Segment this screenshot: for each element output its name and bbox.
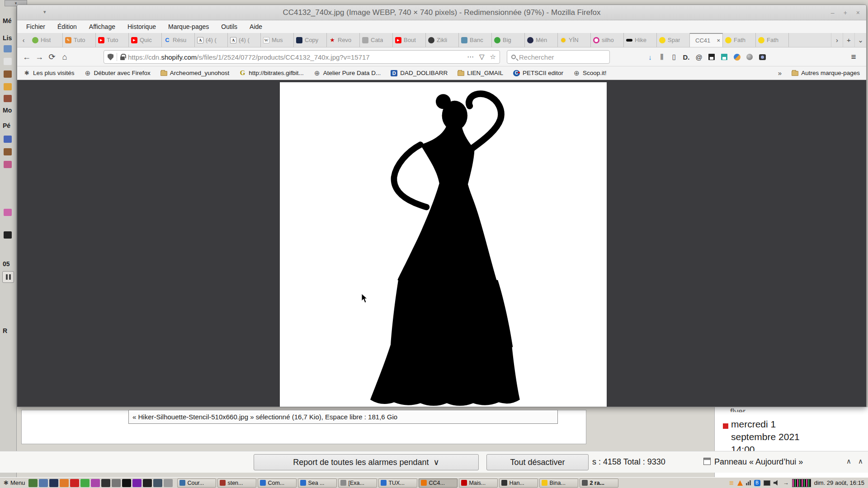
bookmark-item[interactable]: Archeomed_yunohost: [160, 70, 229, 76]
webcam-extension-icon[interactable]: [758, 52, 767, 61]
search-bar[interactable]: Rechercher: [507, 50, 610, 64]
sidebar-icon[interactable]: ▯: [670, 52, 679, 61]
bookmark-item[interactable]: Atelier Pure Data D...: [314, 70, 381, 76]
chevron-up-icon[interactable]: ∧: [846, 457, 851, 465]
taskbar-window-button[interactable]: Cour...: [177, 479, 216, 488]
browser-tab[interactable]: CC41 ×: [690, 33, 723, 47]
menu-item[interactable]: Édition: [57, 23, 77, 30]
launcher-icon[interactable]: [49, 479, 58, 487]
taskbar-window-button[interactable]: Han...: [499, 479, 538, 488]
launcher-icon[interactable]: [122, 479, 131, 487]
volume-icon[interactable]: [774, 480, 780, 486]
taskbar-window-button[interactable]: [Exa...: [338, 479, 377, 488]
tab-close-icon[interactable]: ×: [717, 37, 720, 44]
url-text[interactable]: https://cdn.shopify.com/s/files/1/2524/0…: [128, 53, 464, 61]
launcher-icon[interactable]: [112, 479, 121, 487]
lock-icon[interactable]: [120, 56, 125, 60]
taskbar-window-button[interactable]: sten...: [217, 479, 256, 488]
browser-tab[interactable]: Big: [492, 33, 525, 47]
strip-icon[interactable]: [4, 136, 12, 143]
browser-tab[interactable]: (4) (: [228, 33, 261, 47]
launcher-icon[interactable]: [143, 479, 152, 487]
browser-tab[interactable]: Tuto: [63, 33, 96, 47]
report-alarms-button[interactable]: Report de toutes les alarmes pendant ∨: [254, 454, 479, 470]
taskbar-window-button[interactable]: 2 ra...: [580, 479, 618, 488]
url-bar[interactable]: https://cdn.shopify.com/s/files/1/2524/0…: [104, 50, 500, 64]
launcher-icon[interactable]: [164, 479, 173, 487]
network-signal-icon[interactable]: [746, 480, 751, 485]
library-icon[interactable]: ⫼: [657, 52, 666, 61]
strip-icon[interactable]: [4, 83, 12, 90]
strip-icon[interactable]: [4, 45, 12, 52]
browser-tab[interactable]: Mén: [525, 33, 558, 47]
launcher-icon[interactable]: [70, 479, 79, 487]
browser-tab[interactable]: Résu: [162, 33, 195, 47]
launcher-icon[interactable]: [60, 479, 69, 487]
browser-tab[interactable]: Cata: [360, 33, 393, 47]
pause-button[interactable]: [2, 271, 14, 283]
tracking-shield-icon[interactable]: [108, 54, 113, 61]
browser-tab[interactable]: Revo: [327, 33, 360, 47]
system-monitor-graph[interactable]: [792, 479, 811, 487]
home-button[interactable]: ⌂: [59, 51, 71, 63]
menu-item[interactable]: Marque-pages: [168, 23, 209, 30]
bookmark-item[interactable]: Débuter avec Firefox: [85, 70, 151, 76]
browser-tab[interactable]: Bout: [393, 33, 426, 47]
strip-icon[interactable]: [4, 231, 12, 239]
browser-tab[interactable]: Fath: [723, 33, 756, 47]
dolibarr-extension-icon[interactable]: D.: [682, 52, 691, 61]
menu-item[interactable]: Fichier: [26, 23, 45, 30]
pocket-icon[interactable]: ▽: [479, 53, 485, 61]
taskbar-clock[interactable]: dim. 29 août, 16:15: [814, 479, 866, 486]
taskbar-window-button[interactable]: TUX...: [378, 479, 417, 488]
forward-button[interactable]: →: [33, 51, 45, 63]
menu-item[interactable]: Affichage: [89, 23, 115, 30]
strip-icon[interactable]: [4, 58, 12, 65]
downloads-icon[interactable]: ↓: [646, 52, 655, 61]
scroll-tabs-right-button[interactable]: ›: [831, 33, 843, 47]
scroll-tabs-left-button[interactable]: ‹: [17, 33, 30, 47]
other-bookmarks[interactable]: Autres marque-pages: [792, 70, 860, 76]
menu-item[interactable]: Historique: [127, 23, 156, 30]
bookmark-item[interactable]: LIEN_GMAIL: [458, 70, 503, 76]
bluetooth-icon[interactable]: B: [754, 480, 760, 486]
browser-tab[interactable]: Spar: [657, 33, 690, 47]
taskbar-window-button[interactable]: Com...: [258, 479, 297, 488]
minimize-button[interactable]: –: [831, 9, 835, 16]
disable-all-button[interactable]: Tout désactiver: [486, 454, 589, 470]
launcher-icon[interactable]: [101, 479, 110, 487]
bookmarks-overflow-chevron[interactable]: »: [778, 69, 782, 77]
browser-tab[interactable]: Zikli: [426, 33, 459, 47]
taskbar-window-button[interactable]: Sea ...: [298, 479, 337, 488]
browser-tab[interactable]: Banc: [459, 33, 492, 47]
browser-tab[interactable]: Hike: [624, 33, 657, 47]
reload-button[interactable]: ⟳: [46, 51, 58, 63]
launcher-icon[interactable]: [153, 479, 162, 487]
list-all-tabs-button[interactable]: ⌄: [854, 33, 866, 47]
globe-extension-icon[interactable]: [732, 52, 741, 61]
hamburger-menu-icon[interactable]: ≡: [849, 52, 858, 61]
close-button[interactable]: ×: [856, 9, 860, 16]
strip-icon[interactable]: [4, 148, 12, 155]
display-icon[interactable]: [764, 480, 770, 486]
browser-tab[interactable]: silho: [591, 33, 624, 47]
browser-tab[interactable]: Fath: [756, 33, 789, 47]
taskbar-window-button[interactable]: Bina...: [539, 479, 578, 488]
bookmark-item[interactable]: http://bitrates.gifbit...: [239, 70, 304, 76]
launcher-icon[interactable]: [132, 479, 142, 487]
browser-tab[interactable]: YĪN: [558, 33, 591, 47]
menu-item[interactable]: Outils: [221, 23, 237, 30]
launcher-icon[interactable]: [91, 479, 100, 487]
maximize-button[interactable]: +: [844, 9, 847, 16]
taskbar-window-button[interactable]: Mais...: [459, 479, 498, 488]
viewed-image[interactable]: [280, 82, 607, 407]
titlebar[interactable]: ▾ CC4132_740x.jpg (Image WEBP, 740 × 740…: [17, 5, 866, 20]
sphere-extension-icon[interactable]: [745, 52, 754, 61]
window-menu-icon[interactable]: ▾: [43, 9, 46, 15]
bookmark-item[interactable]: DAD_DOLIBARR: [391, 70, 448, 76]
browser-tab[interactable]: Tuto: [96, 33, 129, 47]
back-button[interactable]: ←: [21, 51, 33, 63]
notes-icon[interactable]: ≣: [729, 479, 734, 486]
strip-icon[interactable]: [4, 209, 12, 216]
launcher-icon[interactable]: [28, 479, 38, 487]
